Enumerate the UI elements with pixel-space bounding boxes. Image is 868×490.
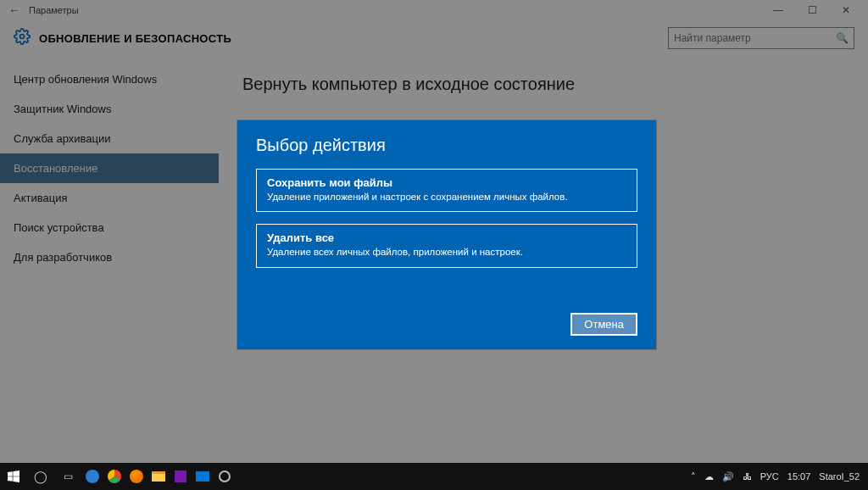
task-view-icon[interactable]: ▭ — [54, 463, 81, 490]
mail-icon[interactable] — [192, 463, 214, 490]
edge-icon[interactable] — [81, 463, 103, 490]
clock[interactable]: 15:07 — [787, 471, 811, 482]
cancel-button[interactable]: Отмена — [570, 313, 637, 336]
dialog-title: Выбор действия — [256, 136, 637, 155]
reset-choice-dialog: Выбор действия Сохранить мои файлы Удале… — [237, 120, 656, 349]
option-desc: Удаление приложений и настроек с сохране… — [267, 191, 626, 203]
taskbar-search-icon[interactable]: ◯ — [27, 463, 54, 490]
firefox-icon[interactable] — [125, 463, 147, 490]
network-icon[interactable]: 🖧 — [743, 471, 752, 482]
option-title: Сохранить мои файлы — [267, 176, 626, 189]
system-tray: ˄ ☁ 🔊 🖧 РУС 15:07 StaroI_52 — [691, 471, 868, 482]
onedrive-icon[interactable]: ☁ — [704, 471, 714, 482]
user-label: StaroI_52 — [819, 471, 860, 482]
start-button[interactable] — [0, 463, 27, 490]
settings-taskbar-icon[interactable] — [214, 463, 236, 490]
volume-icon[interactable]: 🔊 — [722, 471, 734, 482]
chrome-icon[interactable] — [103, 463, 125, 490]
option-desc: Удаление всех личных файлов, приложений … — [267, 246, 626, 258]
option-remove-all[interactable]: Удалить все Удаление всех личных файлов,… — [256, 224, 637, 267]
onenote-icon[interactable] — [170, 463, 192, 490]
option-title: Удалить все — [267, 231, 626, 244]
explorer-icon[interactable] — [147, 463, 170, 490]
taskbar: ◯ ▭ ˄ ☁ 🔊 🖧 РУС 15:07 StaroI_52 — [0, 463, 868, 490]
option-keep-files[interactable]: Сохранить мои файлы Удаление приложений … — [256, 169, 637, 212]
tray-chevron-up-icon[interactable]: ˄ — [691, 471, 696, 482]
language-indicator[interactable]: РУС — [760, 471, 779, 482]
